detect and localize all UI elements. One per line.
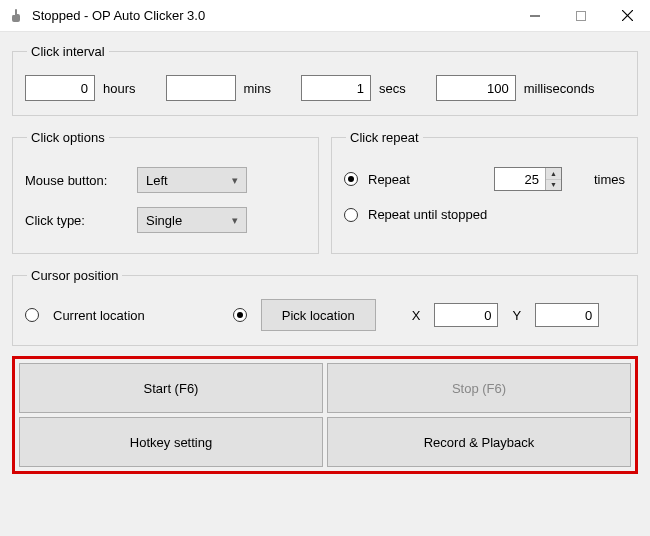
repeat-label: Repeat bbox=[368, 172, 410, 187]
mouse-button-value: Left bbox=[146, 173, 168, 188]
click-repeat-legend: Click repeat bbox=[346, 130, 423, 145]
secs-unit: secs bbox=[379, 81, 406, 96]
stop-button[interactable]: Stop (F6) bbox=[327, 363, 631, 413]
x-input[interactable] bbox=[434, 303, 498, 327]
repeat-count-value: 25 bbox=[495, 168, 545, 190]
chevron-down-icon: ▾ bbox=[232, 214, 238, 227]
pick-location-radio[interactable] bbox=[233, 308, 247, 322]
maximize-button[interactable] bbox=[558, 0, 604, 32]
repeat-count-spinner[interactable]: 25 ▲ ▼ bbox=[494, 167, 562, 191]
click-interval-group: Click interval hours mins secs milliseco… bbox=[12, 44, 638, 116]
start-button[interactable]: Start (F6) bbox=[19, 363, 323, 413]
window-title: Stopped - OP Auto Clicker 3.0 bbox=[32, 8, 205, 23]
mins-unit: mins bbox=[244, 81, 271, 96]
hotkey-setting-button[interactable]: Hotkey setting bbox=[19, 417, 323, 467]
current-location-label: Current location bbox=[53, 308, 145, 323]
ms-input[interactable] bbox=[436, 75, 516, 101]
repeat-radio[interactable] bbox=[344, 172, 358, 186]
click-type-select[interactable]: Single ▾ bbox=[137, 207, 247, 233]
cursor-position-group: Cursor position Current location Pick lo… bbox=[12, 268, 638, 346]
client-area: Click interval hours mins secs milliseco… bbox=[0, 32, 650, 536]
y-label: Y bbox=[512, 308, 521, 323]
times-label: times bbox=[594, 172, 625, 187]
mins-input[interactable] bbox=[166, 75, 236, 101]
click-type-label: Click type: bbox=[25, 213, 125, 228]
ms-unit: milliseconds bbox=[524, 81, 595, 96]
record-playback-button[interactable]: Record & Playback bbox=[327, 417, 631, 467]
x-label: X bbox=[412, 308, 421, 323]
spinner-down-icon[interactable]: ▼ bbox=[546, 180, 561, 191]
titlebar: Stopped - OP Auto Clicker 3.0 bbox=[0, 0, 650, 32]
click-options-group: Click options Mouse button: Left ▾ Click… bbox=[12, 130, 319, 254]
actions-highlight: Start (F6) Stop (F6) Hotkey setting Reco… bbox=[12, 356, 638, 474]
repeat-until-label: Repeat until stopped bbox=[368, 207, 487, 222]
svg-rect-1 bbox=[577, 11, 586, 20]
cursor-position-legend: Cursor position bbox=[27, 268, 122, 283]
click-interval-legend: Click interval bbox=[27, 44, 109, 59]
hours-input[interactable] bbox=[25, 75, 95, 101]
click-options-legend: Click options bbox=[27, 130, 109, 145]
app-icon bbox=[8, 8, 24, 24]
repeat-until-radio[interactable] bbox=[344, 208, 358, 222]
y-input[interactable] bbox=[535, 303, 599, 327]
secs-input[interactable] bbox=[301, 75, 371, 101]
close-button[interactable] bbox=[604, 0, 650, 32]
mouse-button-select[interactable]: Left ▾ bbox=[137, 167, 247, 193]
minimize-button[interactable] bbox=[512, 0, 558, 32]
hours-unit: hours bbox=[103, 81, 136, 96]
chevron-down-icon: ▾ bbox=[232, 174, 238, 187]
spinner-up-icon[interactable]: ▲ bbox=[546, 168, 561, 180]
click-repeat-group: Click repeat Repeat 25 ▲ ▼ times Repeat … bbox=[331, 130, 638, 254]
click-type-value: Single bbox=[146, 213, 182, 228]
mouse-button-label: Mouse button: bbox=[25, 173, 125, 188]
pick-location-button[interactable]: Pick location bbox=[261, 299, 376, 331]
current-location-radio[interactable] bbox=[25, 308, 39, 322]
